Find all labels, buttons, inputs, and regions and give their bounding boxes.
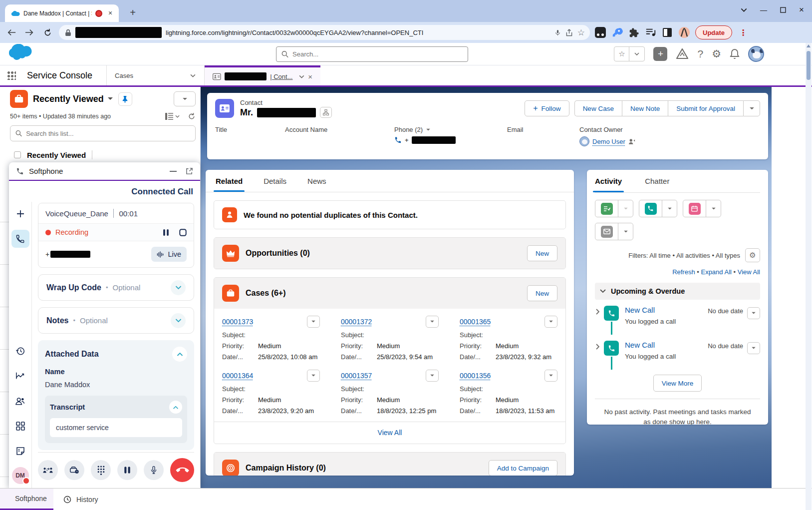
tab-search-chevron-icon[interactable]: [741, 8, 747, 12]
refresh-link[interactable]: Refresh: [672, 268, 695, 276]
list-view-selector[interactable]: Recently Viewed: [33, 94, 113, 104]
apps-grid-icon[interactable]: [11, 417, 29, 435]
call-history-icon[interactable]: [11, 342, 29, 360]
forward-icon[interactable]: [23, 26, 36, 39]
back-icon[interactable]: [5, 26, 18, 39]
view-all-link[interactable]: View All: [738, 268, 760, 276]
dialpad-icon[interactable]: [91, 460, 111, 480]
playlist-icon[interactable]: [645, 27, 656, 37]
transcript-collapse-chevron-icon[interactable]: [169, 401, 182, 414]
list-settings-dropdown[interactable]: [174, 91, 196, 106]
notes-expand-chevron-icon[interactable]: [171, 313, 186, 328]
attached-data-collapse-chevron-icon[interactable]: [172, 347, 187, 362]
browser-menu-icon[interactable]: ⋮: [737, 28, 749, 37]
popout-softphone-icon[interactable]: [186, 167, 193, 175]
agent-avatar[interactable]: DM: [12, 467, 29, 484]
user-avatar[interactable]: [748, 46, 764, 62]
new-event-button[interactable]: [683, 200, 721, 217]
new-case-button[interactable]: New Case: [574, 100, 622, 116]
pin-list-icon[interactable]: [118, 92, 132, 106]
activity-settings-gear-icon[interactable]: ⚙: [745, 248, 760, 262]
campaign-history-title[interactable]: Campaign History (0): [246, 464, 326, 473]
hold-call-icon[interactable]: [117, 460, 137, 480]
task-dropdown-icon[interactable]: [618, 200, 633, 217]
activity-filters-text[interactable]: Filters: All time • All activities • All…: [628, 252, 740, 259]
reload-icon[interactable]: [41, 26, 54, 39]
tab-close-icon[interactable]: ×: [106, 9, 115, 18]
section-collapse-chevron-icon[interactable]: [600, 289, 606, 293]
case-number-link[interactable]: 00001365: [460, 318, 491, 326]
case-actions-dropdown-icon[interactable]: [307, 370, 320, 382]
view-hierarchy-icon[interactable]: [320, 107, 332, 118]
wrap-up-expand-chevron-icon[interactable]: [171, 280, 186, 295]
select-all-checkbox[interactable]: [14, 151, 21, 158]
case-number-link[interactable]: 00001357: [341, 372, 372, 380]
list-search[interactable]: [10, 125, 196, 141]
activity-item-link[interactable]: New Call: [625, 306, 708, 314]
follow-button[interactable]: +Follow: [525, 100, 569, 116]
share-icon[interactable]: [565, 28, 573, 37]
page-scrollbar[interactable]: [806, 43, 812, 510]
extension-key-icon[interactable]: [612, 27, 623, 38]
transfer-call-icon[interactable]: [38, 460, 58, 480]
new-task-button[interactable]: [595, 200, 633, 217]
list-search-input[interactable]: [26, 130, 190, 137]
new-case-related-button[interactable]: New: [527, 285, 557, 301]
email-dropdown-icon[interactable]: [618, 223, 633, 240]
utility-softphone-tab[interactable]: Softphone: [0, 489, 53, 510]
field-label-phone[interactable]: Phone (2): [394, 126, 505, 133]
tab-details[interactable]: Details: [264, 170, 286, 192]
minimize-window-icon[interactable]: —: [760, 6, 767, 14]
tab-chatter[interactable]: Chatter: [645, 170, 669, 192]
extensions-puzzle-icon[interactable]: [629, 27, 639, 38]
utility-history-tab[interactable]: History: [53, 489, 108, 510]
case-actions-dropdown-icon[interactable]: [426, 370, 439, 382]
lock-icon[interactable]: [65, 29, 71, 36]
nav-tab-cases[interactable]: Cases: [107, 65, 182, 85]
url-text[interactable]: lightning.force.com/lightning/r/Contact/…: [166, 29, 550, 36]
refresh-list-icon[interactable]: [188, 112, 196, 120]
tab-related[interactable]: Related: [216, 170, 243, 192]
view-more-button[interactable]: View More: [653, 375, 702, 392]
case-number-link[interactable]: 00001356: [460, 372, 491, 380]
app-launcher-icon[interactable]: [0, 65, 23, 85]
end-call-icon[interactable]: [170, 458, 194, 482]
owner-link[interactable]: Demo User: [592, 138, 625, 145]
activity-item-link[interactable]: New Call: [625, 341, 708, 349]
call-analytics-icon[interactable]: [11, 367, 29, 385]
split-screen-icon[interactable]: [662, 27, 672, 37]
event-dropdown-icon[interactable]: [706, 200, 721, 217]
case-actions-dropdown-icon[interactable]: [307, 316, 320, 328]
new-opportunity-button[interactable]: New: [527, 245, 557, 261]
add-to-campaign-button[interactable]: Add to Campaign: [489, 460, 557, 476]
call-dropdown-icon[interactable]: [662, 200, 677, 217]
new-tab-button[interactable]: +: [126, 6, 140, 20]
list-column-header[interactable]: Recently Viewed: [27, 151, 86, 159]
stop-recording-icon[interactable]: [179, 229, 187, 236]
case-actions-dropdown-icon[interactable]: [544, 370, 557, 382]
close-window-icon[interactable]: ×: [799, 5, 804, 15]
scrollbar-thumb[interactable]: [807, 51, 811, 80]
trailhead-icon[interactable]: [676, 48, 689, 60]
case-number-link[interactable]: 00001372: [341, 318, 372, 326]
transcript-input[interactable]: [50, 418, 182, 437]
notifications-bell-icon[interactable]: [730, 48, 740, 59]
log-call-button[interactable]: [639, 200, 677, 217]
wrap-up-code-section[interactable]: Wrap Up Code • Optional: [38, 274, 194, 301]
tab-news[interactable]: News: [307, 170, 326, 192]
expand-item-chevron-icon[interactable]: [596, 344, 600, 370]
browser-tab[interactable]: Dane Maddox | Contact | Sal ×: [5, 4, 119, 22]
activity-item-dropdown-icon[interactable]: [747, 307, 760, 319]
agents-icon[interactable]: [11, 392, 29, 410]
new-call-tab-icon[interactable]: [11, 205, 29, 223]
global-search-input[interactable]: [292, 50, 463, 58]
notes-section[interactable]: Notes • Optional: [38, 307, 194, 334]
live-transcription-badge[interactable]: Live: [151, 247, 187, 262]
upcoming-overdue-section[interactable]: Upcoming & Overdue: [595, 283, 760, 300]
nav-tab-cases-dropdown-icon[interactable]: [182, 65, 205, 85]
change-owner-icon[interactable]: [628, 138, 635, 145]
favorites-star-icon[interactable]: ☆: [614, 47, 629, 61]
minimize-softphone-icon[interactable]: [170, 171, 177, 172]
notes-icon[interactable]: [11, 442, 29, 460]
activity-item-dropdown-icon[interactable]: [747, 342, 760, 354]
